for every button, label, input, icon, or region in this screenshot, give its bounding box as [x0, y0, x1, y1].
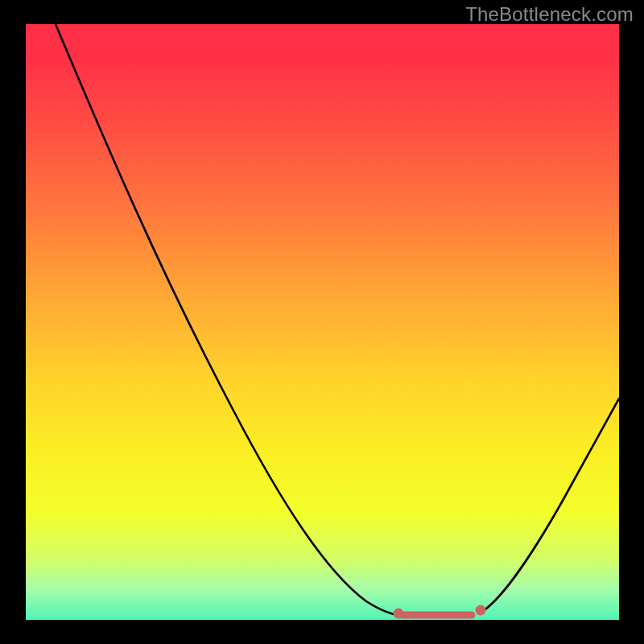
bottleneck-curve-right [479, 398, 619, 613]
chart-frame: TheBottleneck.com [0, 0, 644, 644]
optimal-band-start-dot [394, 609, 404, 619]
optimal-band-end-dot [476, 605, 486, 616]
optimal-band-marker [394, 605, 486, 619]
chart-svg [0, 0, 644, 644]
bottleneck-curve-left [56, 24, 411, 617]
watermark-text: TheBottleneck.com [465, 3, 634, 26]
